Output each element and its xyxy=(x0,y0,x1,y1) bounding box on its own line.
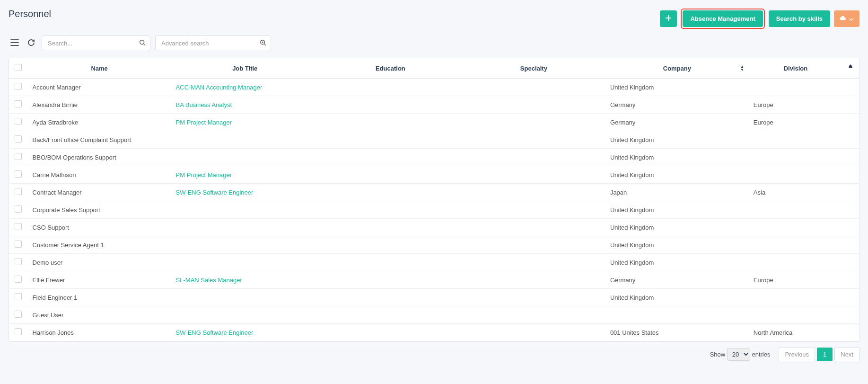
table-footer: Show 20 entries Previous 1 Next xyxy=(9,348,859,361)
header-job[interactable]: Job Title xyxy=(171,58,319,79)
cell-education xyxy=(319,271,462,289)
cell-job xyxy=(171,149,319,166)
cell-job xyxy=(171,254,319,271)
table-row: Carrie MathisonPM Project ManagerUnited … xyxy=(9,166,859,184)
cell-division: Europe xyxy=(749,96,842,114)
row-checkbox[interactable] xyxy=(15,223,22,230)
cell-job xyxy=(171,289,319,306)
cell-division: Europe xyxy=(749,271,842,289)
page-size-select[interactable]: 20 xyxy=(727,348,750,361)
cell-job[interactable]: BA Business Analyst xyxy=(171,96,319,114)
cell-specialty xyxy=(462,324,605,341)
cloud-dropdown-button[interactable] xyxy=(834,10,859,27)
row-checkbox[interactable] xyxy=(15,258,22,265)
table-row: Field Engineer 1United Kingdom xyxy=(9,289,859,306)
select-all-checkbox[interactable] xyxy=(15,64,22,71)
cell-company: Germany xyxy=(605,96,749,114)
row-checkbox[interactable] xyxy=(15,170,22,178)
page-title: Personnel xyxy=(9,9,51,19)
refresh-icon xyxy=(27,39,35,48)
row-checkbox[interactable] xyxy=(15,276,22,283)
cell-division xyxy=(749,289,842,306)
table-row: Alexandra BirnieBA Business AnalystGerma… xyxy=(9,96,859,114)
cell-job[interactable]: PM Project Manager xyxy=(171,114,319,131)
next-button[interactable]: Next xyxy=(834,348,859,361)
advanced-search-box xyxy=(155,36,271,51)
cell-education xyxy=(319,114,462,131)
row-checkbox[interactable] xyxy=(15,293,22,300)
header-actions: Absence Management Search by skills xyxy=(660,9,859,29)
table-row: Customer Service Agent 1United Kingdom xyxy=(9,236,859,254)
cell-name: BBO/BOM Operations Support xyxy=(28,149,171,166)
table-row: Harrison JonesSW-ENG Software Engineer00… xyxy=(9,324,859,341)
cell-pin xyxy=(842,96,859,114)
cell-job[interactable]: SL-MAN Sales Manager xyxy=(171,271,319,289)
row-checkbox[interactable] xyxy=(15,205,22,213)
row-checkbox[interactable] xyxy=(15,83,22,90)
row-checkbox[interactable] xyxy=(15,153,22,160)
cell-education xyxy=(319,131,462,149)
cell-company: Germany xyxy=(605,114,749,131)
cell-division xyxy=(749,236,842,254)
search-input[interactable] xyxy=(42,36,150,51)
header-company[interactable]: Company ▲▼ xyxy=(605,58,749,79)
cell-name: Alexandra Birnie xyxy=(28,96,171,114)
cell-division xyxy=(749,306,842,324)
absence-management-button[interactable]: Absence Management xyxy=(683,10,763,27)
advanced-search-input[interactable] xyxy=(155,36,271,51)
row-checkbox[interactable] xyxy=(15,241,22,248)
cell-division xyxy=(749,166,842,184)
menu-button[interactable] xyxy=(9,37,21,49)
table-row: Back/Front office Complaint SupportUnite… xyxy=(9,131,859,149)
cell-job xyxy=(171,219,319,236)
row-checkbox[interactable] xyxy=(15,135,22,143)
cell-division xyxy=(749,201,842,219)
header-division[interactable]: Division xyxy=(749,58,842,79)
sort-icon: ▲▼ xyxy=(740,65,744,71)
cell-specialty xyxy=(462,166,605,184)
cell-education xyxy=(319,306,462,324)
cell-pin xyxy=(842,79,859,96)
pin-icon xyxy=(848,65,853,72)
cell-job[interactable]: PM Project Manager xyxy=(171,166,319,184)
cell-name: Account Manager xyxy=(28,79,171,96)
cell-company: United Kingdom xyxy=(605,254,749,271)
page-1-button[interactable]: 1 xyxy=(817,348,833,361)
cell-division xyxy=(749,254,842,271)
row-checkbox[interactable] xyxy=(15,118,22,125)
cell-name: Back/Front office Complaint Support xyxy=(28,131,171,149)
cell-name: Customer Service Agent 1 xyxy=(28,236,171,254)
refresh-button[interactable] xyxy=(26,37,37,50)
row-checkbox[interactable] xyxy=(15,100,22,107)
cell-job[interactable]: ACC-MAN Accounting Manager xyxy=(171,79,319,96)
header-education[interactable]: Education xyxy=(319,58,462,79)
cell-education xyxy=(319,254,462,271)
chevron-down-icon xyxy=(849,15,854,22)
previous-button[interactable]: Previous xyxy=(779,348,815,361)
cell-job[interactable]: SW-ENG Software Engineer xyxy=(171,324,319,341)
header-name[interactable]: Name xyxy=(28,58,171,79)
table-row: Ayda StradbrokePM Project ManagerGermany… xyxy=(9,114,859,131)
header-company-label: Company xyxy=(663,65,691,72)
row-checkbox[interactable] xyxy=(15,328,22,335)
show-label: Show xyxy=(710,351,726,358)
cell-name: CSO Support xyxy=(28,219,171,236)
row-checkbox[interactable] xyxy=(15,311,22,318)
cell-job[interactable]: SW-ENG Software Engineer xyxy=(171,184,319,201)
header-pin[interactable] xyxy=(842,58,859,79)
cell-education xyxy=(319,201,462,219)
header-specialty[interactable]: Specialty xyxy=(462,58,605,79)
cell-pin xyxy=(842,271,859,289)
table-row: Demo userUnited Kingdom xyxy=(9,254,859,271)
cell-pin xyxy=(842,236,859,254)
cell-education xyxy=(319,96,462,114)
cell-specialty xyxy=(462,96,605,114)
search-by-skills-button[interactable]: Search by skills xyxy=(769,10,830,27)
cell-name: Guest User xyxy=(28,306,171,324)
row-checkbox[interactable] xyxy=(15,188,22,195)
cell-company: United Kingdom xyxy=(605,131,749,149)
add-button[interactable] xyxy=(660,10,677,27)
cell-division: Asia xyxy=(749,184,842,201)
table-row: Account ManagerACC-MAN Accounting Manage… xyxy=(9,79,859,96)
cell-pin xyxy=(842,184,859,201)
